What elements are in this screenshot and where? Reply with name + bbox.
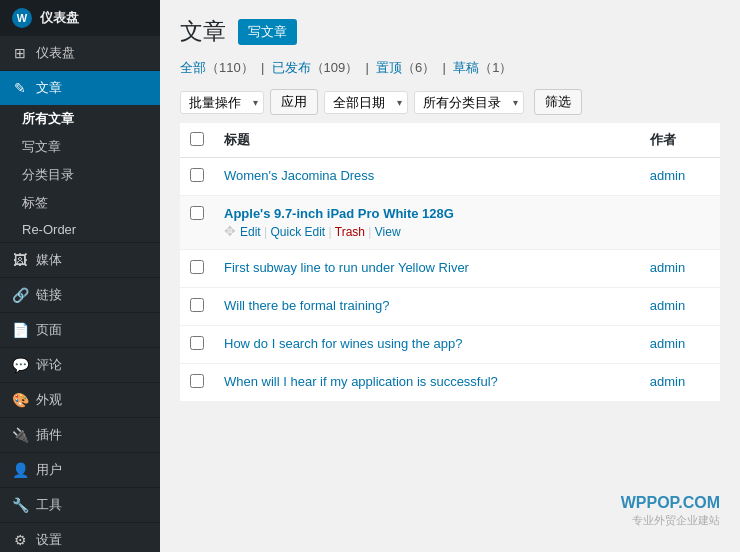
- post-title-cell: When will I hear if my application is su…: [214, 364, 640, 402]
- sidebar-subitem-tags[interactable]: 标签: [0, 189, 160, 217]
- main-content: 文章 写文章 全部（110） | 已发布（109） | 置顶（6） | 草稿（1…: [160, 0, 740, 552]
- sidebar-item-plugins[interactable]: 🔌 插件: [0, 418, 160, 452]
- subnav-all[interactable]: 全部: [180, 60, 206, 75]
- subnav-pinned-count: （6）: [402, 60, 435, 75]
- post-author-link[interactable]: admin: [650, 298, 685, 313]
- filter-bar: 批量操作 应用 全部日期 所有分类目录 筛选: [160, 81, 740, 123]
- sidebar-item-comments[interactable]: 💬 评论: [0, 348, 160, 382]
- subnav-published-count: （109）: [311, 60, 359, 75]
- filter-button[interactable]: 筛选: [534, 89, 582, 115]
- bulk-action-select[interactable]: 批量操作: [180, 91, 264, 114]
- settings-icon: ⚙: [12, 532, 28, 548]
- row-checkbox[interactable]: [190, 336, 204, 350]
- date-filter-wrap: 全部日期: [324, 91, 408, 114]
- table-header-row: 标题 作者: [180, 123, 720, 158]
- post-title-link[interactable]: Will there be formal training?: [224, 298, 389, 313]
- posts-table-wrap: 标题 作者 Women's Jacomina DressadminApple's…: [160, 123, 740, 402]
- row-action-edit[interactable]: Edit: [240, 225, 261, 239]
- post-title-cell: First subway line to run under Yellow Ri…: [214, 250, 640, 288]
- post-title-link[interactable]: When will I hear if my application is su…: [224, 374, 498, 389]
- watermark-main: WPPOP.COM: [621, 494, 720, 512]
- row-action-quick-edit[interactable]: Quick Edit: [270, 225, 325, 239]
- bulk-action-wrap: 批量操作: [180, 91, 264, 114]
- row-checkbox[interactable]: [190, 374, 204, 388]
- subnav-draft[interactable]: 草稿: [453, 60, 479, 75]
- row-checkbox[interactable]: [190, 206, 204, 220]
- sidebar-subitem-categories[interactable]: 分类目录: [0, 161, 160, 189]
- page-title: 文章: [180, 16, 226, 47]
- post-title-link[interactable]: Women's Jacomina Dress: [224, 168, 374, 183]
- date-filter-select[interactable]: 全部日期: [324, 91, 408, 114]
- category-filter-select[interactable]: 所有分类目录: [414, 91, 524, 114]
- post-title-cell: Apple's 9.7-inch iPad Pro White 128G✥Edi…: [214, 196, 640, 250]
- sidebar-item-users[interactable]: 👤 用户: [0, 453, 160, 487]
- select-all-checkbox[interactable]: [190, 132, 204, 146]
- subnav-published[interactable]: 已发布: [272, 60, 311, 75]
- plugins-icon: 🔌: [12, 427, 28, 443]
- sidebar: W 仪表盘 ⊞ 仪表盘 ✎ 文章 所有文章 写文章 分类目录 标签 Re-Ord…: [0, 0, 160, 552]
- sidebar-item-pages[interactable]: 📄 页面: [0, 313, 160, 347]
- row-checkbox[interactable]: [190, 298, 204, 312]
- category-filter-wrap: 所有分类目录: [414, 91, 524, 114]
- sidebar-item-label: 链接: [36, 286, 62, 304]
- header-title-col: 标题: [214, 123, 640, 158]
- sub-nav: 全部（110） | 已发布（109） | 置顶（6） | 草稿（1）: [160, 55, 740, 81]
- post-author-link[interactable]: admin: [650, 336, 685, 351]
- sidebar-item-links[interactable]: 🔗 链接: [0, 278, 160, 312]
- comments-icon: 💬: [12, 357, 28, 373]
- sidebar-item-label: 工具: [36, 496, 62, 514]
- move-icon: ✥: [224, 223, 236, 239]
- sidebar-item-dashboard[interactable]: ⊞ 仪表盘: [0, 36, 160, 70]
- row-action-trash[interactable]: Trash: [335, 225, 365, 239]
- action-separator: |: [365, 225, 375, 239]
- header-checkbox-col: [180, 123, 214, 158]
- sidebar-item-label: 文章: [36, 79, 62, 97]
- post-title-link[interactable]: How do I search for wines using the app?: [224, 336, 462, 351]
- post-title-cell: Women's Jacomina Dress: [214, 158, 640, 196]
- table-row: How do I search for wines using the app?…: [180, 326, 720, 364]
- write-post-button[interactable]: 写文章: [238, 19, 297, 45]
- posts-table: 标题 作者 Women's Jacomina DressadminApple's…: [180, 123, 720, 402]
- row-checkbox[interactable]: [190, 168, 204, 182]
- post-title-link[interactable]: Apple's 9.7-inch iPad Pro White 128G: [224, 206, 454, 221]
- post-title-link[interactable]: First subway line to run under Yellow Ri…: [224, 260, 469, 275]
- links-icon: 🔗: [12, 287, 28, 303]
- wp-logo-icon: W: [12, 8, 32, 28]
- row-checkbox[interactable]: [190, 260, 204, 274]
- action-separator: |: [325, 225, 335, 239]
- pages-icon: 📄: [12, 322, 28, 338]
- subnav-all-count: （110）: [206, 60, 254, 75]
- apply-button[interactable]: 应用: [270, 89, 318, 115]
- row-action-view[interactable]: View: [375, 225, 401, 239]
- table-row: Will there be formal training?admin: [180, 288, 720, 326]
- post-title-cell: Will there be formal training?: [214, 288, 640, 326]
- post-author-cell: admin: [640, 288, 720, 326]
- sidebar-item-tools[interactable]: 🔧 工具: [0, 488, 160, 522]
- post-author-link[interactable]: admin: [650, 168, 685, 183]
- subnav-draft-count: （1）: [479, 60, 512, 75]
- post-title-cell: How do I search for wines using the app?: [214, 326, 640, 364]
- sidebar-item-label: 页面: [36, 321, 62, 339]
- sidebar-item-label: 插件: [36, 426, 62, 444]
- sidebar-subitem-write-post[interactable]: 写文章: [0, 133, 160, 161]
- action-separator: |: [261, 225, 271, 239]
- post-author-link[interactable]: admin: [650, 260, 685, 275]
- table-row: Apple's 9.7-inch iPad Pro White 128G✥Edi…: [180, 196, 720, 250]
- sidebar-item-settings[interactable]: ⚙ 设置: [0, 523, 160, 552]
- sidebar-item-label: 评论: [36, 356, 62, 374]
- table-row: When will I hear if my application is su…: [180, 364, 720, 402]
- post-author-link[interactable]: admin: [650, 374, 685, 389]
- sidebar-item-label: 设置: [36, 531, 62, 549]
- sidebar-subitem-reorder[interactable]: Re-Order: [0, 217, 160, 242]
- post-author-cell: admin: [640, 364, 720, 402]
- sidebar-item-appearance[interactable]: 🎨 外观: [0, 383, 160, 417]
- post-author-cell: [640, 196, 720, 250]
- table-row: First subway line to run under Yellow Ri…: [180, 250, 720, 288]
- sidebar-item-posts[interactable]: ✎ 文章: [0, 71, 160, 105]
- sidebar-item-media[interactable]: 🖼 媒体: [0, 243, 160, 277]
- table-row: Women's Jacomina Dressadmin: [180, 158, 720, 196]
- watermark-sub: 专业外贸企业建站: [632, 513, 720, 528]
- subnav-pinned[interactable]: 置顶: [376, 60, 402, 75]
- sidebar-logo-label: 仪表盘: [40, 9, 79, 27]
- sidebar-subitem-all-posts[interactable]: 所有文章: [0, 105, 160, 133]
